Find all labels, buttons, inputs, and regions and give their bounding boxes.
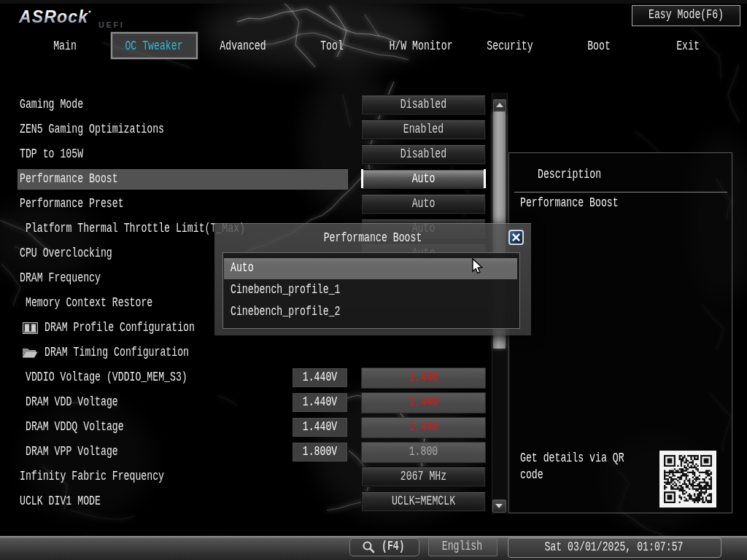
- svg-text:ASRock: ASRock: [18, 7, 88, 26]
